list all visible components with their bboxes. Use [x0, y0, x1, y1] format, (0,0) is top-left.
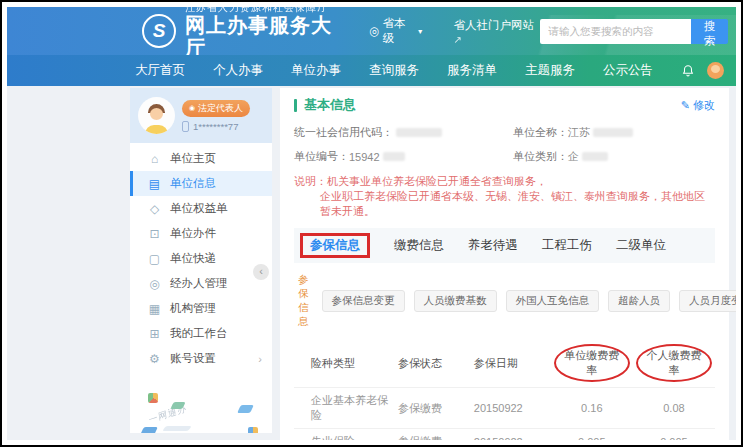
table-row: 失业保险 参保缴费 20150922 0.005 0.005 — [294, 429, 715, 441]
field-unit-fullname: 单位全称： 江苏 — [513, 125, 715, 140]
sidebar-item-org-mgmt[interactable]: ▦ 机构管理 — [130, 296, 272, 321]
field-unit-number: 单位编号： 15942 — [294, 149, 513, 164]
nav-right-icons — [681, 62, 724, 79]
sidebar-item-unit-info[interactable]: ▤ 单位信息 — [130, 171, 272, 196]
main-nav: 大厅首页 个人办事 单位办事 查询服务 服务清单 主题服务 公示公告 — [7, 55, 736, 86]
sidebar-item-unit-home[interactable]: ⌂ 单位主页 — [130, 146, 272, 171]
redacted-value — [582, 152, 608, 161]
express-icon: ▢ — [148, 252, 161, 266]
redacted-value — [593, 128, 633, 137]
sidebar-item-label: 我的工作台 — [170, 326, 228, 341]
sidebar-item-label: 经办人管理 — [170, 276, 228, 291]
basic-info-fields: 统一社会信用代码： 单位全称： 江苏 单位编号： 15942 — [294, 125, 715, 164]
portal-title: 网上办事服务大厅 — [185, 14, 343, 55]
tab-pension-benefits[interactable]: 养老待遇 — [468, 237, 518, 254]
basic-info-title: 基本信息 — [304, 96, 356, 114]
sidebar-illustration: 一网通办 — [130, 371, 272, 433]
jshrss-logo-icon: S — [142, 14, 176, 48]
sidebar-item-account-settings[interactable]: ⚙ 账号设置 › — [130, 346, 272, 371]
col-enroll-date: 参保日期 — [471, 339, 551, 388]
col-insurance-type: 险种类型 — [294, 339, 395, 388]
info-panel: 基本信息 ✎ 修改 统一社会信用代码： 单位全称： 江苏 — [280, 88, 729, 440]
redacted-value — [396, 128, 442, 137]
col-enroll-status: 参保状态 — [395, 339, 471, 388]
redacted-value — [383, 152, 405, 161]
search-input[interactable] — [540, 19, 691, 44]
sub-tabs: 参保信息 参保信息变更 人员缴费基数 外国人互免信息 超龄人员 人员月度变更 到… — [294, 270, 715, 332]
nav-item-home[interactable]: 大厅首页 — [135, 62, 185, 79]
caret-down-icon: ▼ — [417, 28, 424, 35]
chevron-right-icon: › — [258, 353, 262, 365]
section-bar — [294, 99, 297, 112]
badge-icon: ◉ — [189, 104, 195, 112]
cases-icon: ⊡ — [148, 227, 161, 241]
user-avatar[interactable] — [707, 62, 724, 79]
field-unit-category: 单位类别： 企 — [513, 149, 715, 164]
top-banner: S 江苏省人力资源和社会保障厅 网上办事服务大厅 ◎ 省本级 ▼ 省人社门户网站… — [7, 7, 736, 55]
profile-avatar — [138, 97, 175, 134]
nav-item-company[interactable]: 单位办事 — [291, 62, 341, 79]
sidebar-item-agent-mgmt[interactable]: ◎ 经办人管理 — [130, 271, 272, 296]
subtab-enrollment-info[interactable]: 参保信息 — [294, 270, 313, 332]
notification-bell-icon[interactable] — [681, 64, 695, 78]
search-button[interactable]: 搜索 — [691, 19, 728, 44]
red-oval-annotation: 个人缴费费率 — [636, 344, 712, 382]
portal-site-link[interactable]: 省人社门户网站 ↗ — [454, 18, 541, 45]
main-tabs: 参保信息 缴费信息 养老待遇 工程工伤 二级单位 — [294, 228, 715, 263]
sidebar-menu: ⌂ 单位主页 ▤ 单位信息 ◇ 单位权益单 ⊡ 单位办件 ▢ 单位快递 — [130, 143, 272, 371]
service-notice: 说明：机关事业单位养老保险已开通全省查询服务， 企业职工养老保险已开通省本级、无… — [294, 174, 715, 219]
basic-info-header: 基本信息 ✎ 修改 — [294, 96, 715, 114]
col-employer-rate: 单位缴费费率 — [551, 339, 633, 388]
agent-icon: ◎ — [148, 277, 161, 291]
brand-titles: 江苏省人力资源和社会保障厅 网上办事服务大厅 — [185, 7, 343, 55]
org-name: 江苏省人力资源和社会保障厅 — [185, 7, 343, 14]
subtab-enrollment-change[interactable]: 参保信息变更 — [322, 290, 405, 312]
portal-site-label: 省人社门户网站 — [454, 19, 535, 31]
page-body: ‹ ◉ 法定代表人 1********77 — [7, 86, 736, 440]
edit-link[interactable]: ✎ 修改 — [681, 98, 715, 113]
tab-project-injury[interactable]: 工程工伤 — [542, 237, 592, 254]
subtab-payment-base[interactable]: 人员缴费基数 — [414, 290, 497, 312]
sidebar-item-unit-express[interactable]: ▢ 单位快递 — [130, 246, 272, 271]
phone-icon — [182, 121, 189, 132]
sidebar-item-label: 单位主页 — [170, 151, 216, 166]
sidebar-item-label: 单位信息 — [170, 176, 216, 191]
nav-item-query[interactable]: 查询服务 — [369, 62, 419, 79]
red-oval-annotation: 单位缴费费率 — [554, 344, 630, 382]
workbench-icon: ⊞ — [148, 327, 161, 341]
region-label: 省本级 — [382, 16, 413, 46]
tab-payment-info[interactable]: 缴费信息 — [394, 237, 444, 254]
edit-pencil-icon: ✎ — [681, 99, 690, 111]
enrollment-table: 险种类型 参保状态 参保日期 单位缴费费率 个人缴费费率 企业基本养老保险 参保… — [294, 339, 715, 440]
notice-line-1: 说明：机关事业单位养老保险已开通全省查询服务， — [294, 174, 715, 189]
nav-item-personal[interactable]: 个人办事 — [213, 62, 263, 79]
nav-item-service-list[interactable]: 服务清单 — [447, 62, 497, 79]
search-bar: 搜索 — [540, 19, 728, 44]
sidebar-item-workbench[interactable]: ⊞ 我的工作台 — [130, 321, 272, 346]
col-personal-rate: 个人缴费费率 — [633, 339, 715, 388]
table-row: 企业基本养老保险 参保缴费 20150922 0.16 0.08 — [294, 388, 715, 429]
nav-item-topics[interactable]: 主题服务 — [525, 62, 575, 79]
rights-icon: ◇ — [148, 202, 161, 216]
subtab-monthly-change[interactable]: 人员月度变更 — [679, 290, 736, 312]
sidebar-item-unit-rights[interactable]: ◇ 单位权益单 — [130, 196, 272, 221]
unit-info-icon: ▤ — [148, 177, 161, 191]
field-credit-code: 统一社会信用代码： — [294, 125, 513, 140]
notice-line-2: 企业职工养老保险已开通省本级、无锡、淮安、镇江、泰州查询服务，其他地区暂未开通。 — [294, 189, 715, 219]
role-badge: ◉ 法定代表人 — [182, 100, 250, 117]
home-icon: ⌂ — [148, 152, 161, 166]
tab-enrollment-info[interactable]: 参保信息 — [310, 238, 360, 252]
tab-secondary-units[interactable]: 二级单位 — [616, 237, 666, 254]
external-link-icon: ↗ — [454, 34, 462, 45]
subtab-foreigner-exemption[interactable]: 外国人互免信息 — [506, 290, 600, 312]
nav-item-announcements[interactable]: 公示公告 — [603, 62, 653, 79]
region-selector[interactable]: ◎ 省本级 ▼ — [369, 16, 423, 46]
red-highlight-box: 参保信息 — [300, 233, 370, 258]
phone-number: 1********77 — [193, 121, 238, 132]
sidebar-item-unit-cases[interactable]: ⊡ 单位办件 — [130, 221, 272, 246]
sidebar-collapse-button[interactable]: ‹ — [253, 264, 269, 280]
settings-gear-icon: ⚙ — [148, 352, 161, 366]
sidebar: ◉ 法定代表人 1********77 ⌂ 单位主页 ▤ 单位信息 — [130, 88, 272, 433]
role-badge-label: 法定代表人 — [198, 102, 243, 115]
subtab-overage-personnel[interactable]: 超龄人员 — [608, 290, 670, 312]
